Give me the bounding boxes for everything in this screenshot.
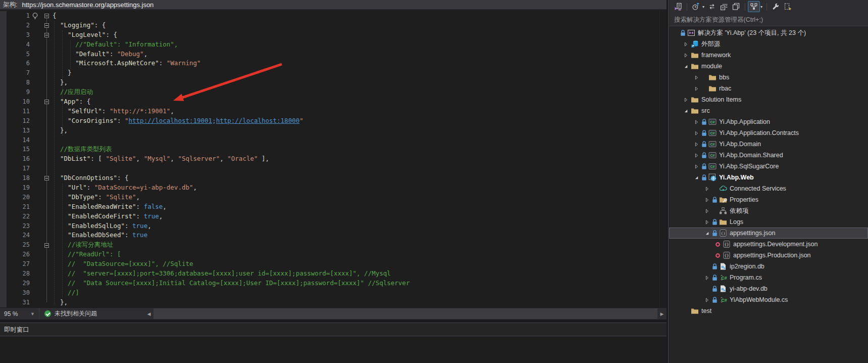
code-line-30[interactable]: //] <box>53 288 410 298</box>
expander-expanded-icon[interactable] <box>682 107 690 115</box>
tree-row-rbac[interactable]: rbac <box>669 83 868 94</box>
fold-toggle-icon[interactable] <box>44 243 49 248</box>
code-line-7[interactable]: } <box>53 68 410 78</box>
code-link[interactable]: http://localhost:18000 <box>216 117 300 124</box>
search-input[interactable] <box>669 13 868 26</box>
code-line-9[interactable]: //应用启动 <box>53 87 410 97</box>
code-line-1[interactable]: { <box>53 11 410 21</box>
code-line-29[interactable]: // "Data Source=[xxxx];Initial Catalog=[… <box>53 279 410 288</box>
tree-row-logs[interactable]: Logs <box>669 216 868 228</box>
expander-collapsed-icon[interactable] <box>703 196 711 204</box>
tree-row--yi.abp-23-23-[interactable]: 解决方案 'Yi.Abp' (23 个项目, 共 23 个) <box>669 27 868 38</box>
code-line-3[interactable]: "LogLevel": { <box>53 30 410 40</box>
pane-splitter[interactable] <box>667 0 669 363</box>
expander-collapsed-icon[interactable] <box>692 151 700 159</box>
code-line-17[interactable] <box>53 164 410 173</box>
lightbulb-icon[interactable] <box>31 12 39 22</box>
code-line-11[interactable]: "SelfUrl": "http://*:19001", <box>53 107 410 116</box>
pending-changes-filter-dropdown-icon[interactable]: ▾ <box>702 5 704 9</box>
editor-vertical-scrollbar[interactable] <box>659 11 667 307</box>
code-line-22[interactable]: "EnabledCodeFirst": true, <box>53 212 410 221</box>
code-line-4[interactable]: //"Default": "Information", <box>53 40 410 50</box>
code-line-15[interactable]: //数据库类型列表 <box>53 145 410 154</box>
expander-collapsed-icon[interactable] <box>703 296 711 304</box>
tree-row-connected-services[interactable]: Connected Services <box>669 183 868 194</box>
code-line-24[interactable]: "EnabledDbSeed": true <box>53 231 410 240</box>
tree-row-yi.abp.application.contracts[interactable]: C#Yi.Abp.Application.Contracts <box>669 127 868 139</box>
expander-collapsed-icon[interactable] <box>703 218 711 226</box>
expander-collapsed-icon[interactable] <box>703 274 711 282</box>
code-lines[interactable]: { "Logging": { "LogLevel": { //"Default"… <box>53 11 410 307</box>
horizontal-scrollbar[interactable]: ◀ ▶ <box>145 308 666 320</box>
expander-collapsed-icon[interactable] <box>692 118 700 126</box>
expander-collapsed-icon[interactable] <box>692 129 700 137</box>
switch-views-icon[interactable] <box>672 1 684 12</box>
code-line-5[interactable]: "Default": "Debug", <box>53 50 410 59</box>
code-line-8[interactable]: }, <box>53 78 410 87</box>
tree-row--[interactable]: 依赖项 <box>669 205 868 216</box>
tree-row-yi.abp.domain[interactable]: C#Yi.Abp.Domain <box>669 139 868 150</box>
collapse-all-icon[interactable] <box>718 1 730 12</box>
immediate-window-content[interactable] <box>0 337 667 363</box>
code-link[interactable]: http://localhost:19001 <box>129 117 213 124</box>
fold-toggle-icon[interactable] <box>44 176 49 180</box>
expander-collapsed-icon[interactable] <box>703 185 711 193</box>
code-line-27[interactable]: // "DataSource=[xxxx]", //Sqlite <box>53 259 410 269</box>
properties-pages-icon[interactable] <box>730 1 742 12</box>
tree-row-yiabpwebmodule.cs[interactable]: C#YiAbpWebModule.cs <box>669 294 868 305</box>
code-line-23[interactable]: "EnabledSqlLog": true, <box>53 221 410 231</box>
tree-row-yi.abp.sqlsugarcore[interactable]: C#Yi.Abp.SqlSugarCore <box>669 161 868 172</box>
code-line-12[interactable]: "CorsOrigins": "http://localhost:19001;h… <box>53 116 410 126</box>
expander-collapsed-icon[interactable] <box>682 51 690 59</box>
fold-toggle-icon[interactable] <box>44 100 49 104</box>
code-line-6[interactable]: "Microsoft.AspNetCore": "Warning" <box>53 59 410 68</box>
code-line-28[interactable]: // "server=[xxxx];port=3306;database=[xx… <box>53 269 410 279</box>
breakpoint-gutter[interactable] <box>0 11 7 307</box>
code-line-21[interactable]: "EnabledReadWrite": false, <box>53 202 410 212</box>
tree-row-src[interactable]: src <box>669 105 868 116</box>
tree-row-test[interactable]: test <box>669 305 868 316</box>
expander-expanded-icon[interactable] <box>703 229 711 237</box>
tree-row-ip2region.db[interactable]: ip2region.db <box>669 261 868 272</box>
pending-changes-filter-icon[interactable] <box>690 1 702 12</box>
code-line-31[interactable]: }, <box>53 298 410 307</box>
fold-toggle-icon[interactable] <box>44 33 49 37</box>
code-line-26[interactable]: //"ReadUrl": [ <box>53 250 410 259</box>
properties-icon[interactable] <box>770 1 782 12</box>
code-line-2[interactable]: "Logging": { <box>53 21 410 30</box>
expander-collapsed-icon[interactable] <box>682 40 690 48</box>
code-line-13[interactable]: }, <box>53 126 410 135</box>
tree-row-solution-items[interactable]: Solution Items <box>669 94 868 105</box>
tree-row-appsettings.json[interactable]: {}appsettings.json <box>669 228 868 239</box>
preview-selected-items-icon[interactable] <box>748 1 760 12</box>
expander-collapsed-icon[interactable] <box>692 162 700 170</box>
zoom-level-dropdown[interactable]: 95 % ▼ <box>0 308 39 320</box>
expander-collapsed-icon[interactable] <box>692 84 700 93</box>
tree-row-bbs[interactable]: bbs <box>669 72 868 83</box>
tree-row-properties[interactable]: Properties <box>669 194 868 205</box>
code-editor[interactable]: 1234567891011121314151617181920212223242… <box>0 11 667 307</box>
tree-row-appsettings.development.json[interactable]: {}appsettings.Development.json <box>669 239 868 250</box>
fold-toggle-icon[interactable] <box>44 23 49 28</box>
sync-with-active-document-icon[interactable] <box>706 1 718 12</box>
tree-row-yi.abp.domain.shared[interactable]: C#Yi.Abp.Domain.Shared <box>669 150 868 161</box>
code-line-10[interactable]: "App": { <box>53 97 410 107</box>
expander-collapsed-icon[interactable] <box>692 140 700 148</box>
schema-url-combobox[interactable]: https://json.schemastore.org/appsettings… <box>22 1 154 9</box>
preview-selected-items-dropdown-icon[interactable]: ▾ <box>760 5 762 9</box>
code-line-16[interactable]: "DbList": [ "Sqlite", "Mysql", "Sqlserve… <box>53 154 410 164</box>
expander-collapsed-icon[interactable] <box>682 96 690 104</box>
expander-collapsed-icon[interactable] <box>692 73 700 81</box>
tree-row-framework[interactable]: framework <box>669 50 868 61</box>
code-line-19[interactable]: "Url": "DataSource=yi-abp-dev.db", <box>53 183 410 193</box>
expander-collapsed-icon[interactable] <box>703 207 711 215</box>
tree-row-yi.abp.application[interactable]: C#Yi.Abp.Application <box>669 116 868 127</box>
document-health-indicator[interactable]: 未找到相关问题 <box>44 309 97 318</box>
scroll-right-icon[interactable]: ▶ <box>658 308 666 320</box>
tree-row-yi-abp-dev.db[interactable]: yi-abp-dev.db <box>669 283 868 294</box>
code-line-18[interactable]: "DbConnOptions": { <box>53 173 410 183</box>
tree-row-appsettings.production.json[interactable]: {}appsettings.Production.json <box>669 250 868 261</box>
expander-expanded-icon[interactable] <box>682 62 690 70</box>
scroll-left-icon[interactable]: ◀ <box>145 308 152 320</box>
show-all-files-icon[interactable] <box>782 1 794 12</box>
